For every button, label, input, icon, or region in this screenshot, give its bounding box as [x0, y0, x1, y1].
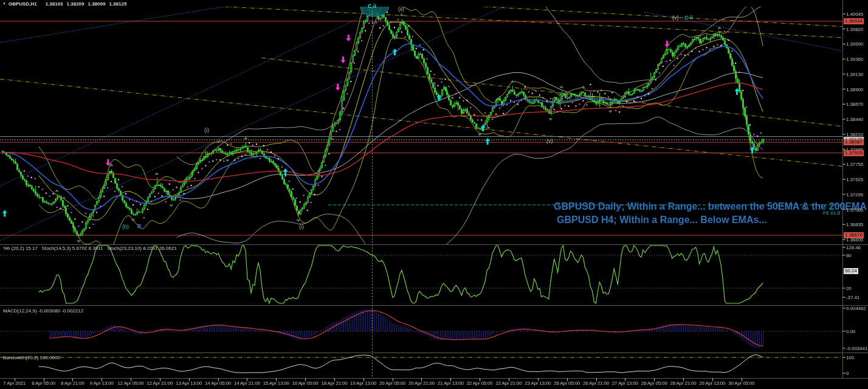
time-label: 22 Apr 21:00 [495, 380, 522, 386]
time-label: 12 Apr 05:00 [117, 380, 144, 386]
time-label: 23 Apr 13:00 [525, 380, 551, 386]
macd-scale-label: -0.003441 [846, 346, 867, 351]
chart-canvas[interactable] [0, 0, 868, 389]
time-label: 26 Apr 05:00 [554, 380, 580, 386]
time-label: 8 Apr 21:00 [59, 380, 86, 386]
price-label: 1.40045 [846, 12, 863, 17]
price-badge: 1.39934 [844, 18, 864, 24]
annotation-note-h4: GBPUSD H4; Within a Range... Below EMAs.… [557, 215, 767, 225]
price-badge: 1.37925 [844, 150, 864, 156]
bandwidth-scale-label: 0 [846, 371, 849, 376]
time-label: 28 Apr 21:00 [670, 380, 697, 386]
quote-open: 1.38103 [46, 1, 63, 7]
wave-label: (v) [672, 15, 679, 21]
indicator-label-bandwidth: Bandwidth(20,2) 100.0000 [3, 355, 60, 360]
price-label: 1.37295 [846, 192, 863, 198]
time-label: 30 Apr 05:00 [728, 380, 755, 386]
price-label: 1.39130 [846, 72, 863, 77]
macd-scale-label: 0.00 [846, 329, 855, 334]
time-label: 15 Apr 13:00 [263, 380, 289, 386]
wave-label: C ii [368, 3, 376, 9]
wave-label: B [137, 223, 142, 229]
annotation-note-daily: GBPUSD Daily; Within a Range... between … [554, 201, 867, 212]
time-label: 9 Apr 13:00 [88, 380, 115, 386]
price-label: 1.39820 [846, 27, 863, 32]
time-label: 14 Apr 21:00 [233, 380, 260, 386]
time-label: 26 Apr 21:00 [583, 380, 610, 386]
bandwidth-scale-label: 100 [846, 355, 854, 360]
quote-close: 1.38125 [109, 1, 126, 7]
indicator-label-stochastics: %b (20,2) 15.17 Stoch(14,5,3) 5.6702 8.3… [3, 246, 177, 251]
time-label: 7 Apr 2021 [1, 380, 28, 386]
time-label: 14 Apr 05:00 [205, 380, 232, 386]
oscillator-scale-label: 128.46 [846, 245, 861, 250]
time-label: 22 Apr 05:00 [466, 380, 493, 386]
price-label: 1.38900 [846, 87, 863, 92]
quote-low: 1.38099 [88, 1, 105, 7]
price-label: 1.38440 [846, 117, 863, 122]
time-label: 19 Apr 13:00 [350, 380, 377, 386]
price-label: 1.39360 [846, 57, 863, 62]
macd-scale-label: 0.004482 [846, 306, 866, 311]
price-label: 1.37525 [846, 177, 863, 182]
time-label: 27 Apr 13:00 [611, 380, 638, 386]
indicator-label-macd: MACD(12,24,9) -0.003080 -0.002212 [3, 308, 83, 314]
time-label: 29 Apr 13:00 [699, 380, 726, 386]
wave-label: (v) [546, 138, 553, 144]
time-label: 28 Apr 05:00 [641, 380, 667, 386]
mt4-chart-window: ▼GBPUSD,H11.381031.382091.380991.38125 %… [0, 0, 868, 389]
wave-label: (ii) [398, 6, 404, 12]
quote-high: 1.38209 [67, 1, 84, 7]
wave-label: (i) [204, 127, 209, 133]
price-label: 1.36835 [846, 222, 863, 227]
wave-label: (b) [122, 224, 129, 230]
price-label: 1.38670 [846, 102, 863, 107]
chart-title[interactable]: ▼GBPUSD,H11.381031.382091.380991.38125 [2, 1, 126, 7]
price-badge: 1.36670 [844, 232, 864, 238]
time-label: 21 Apr 13:00 [437, 380, 464, 386]
fibo-expansion-label: FE 61.8 [823, 210, 840, 216]
time-label: 12 Apr 21:00 [146, 380, 173, 386]
chart-menu-icon[interactable]: ▼ [2, 2, 6, 5]
symbol-period-label: GBPUSD,H1 [9, 1, 37, 7]
time-label: 16 Apr 05:00 [292, 380, 319, 386]
time-label: 20 Apr 05:00 [379, 380, 406, 386]
price-badge: 1.38087 [844, 139, 864, 145]
time-label: 8 Apr 05:00 [30, 380, 57, 386]
time-label: 18 Apr 21:00 [321, 380, 348, 386]
oscillator-scale-label: 80 [846, 253, 852, 258]
price-label: 1.39590 [846, 41, 863, 47]
time-label: 20 Apr 21:00 [408, 380, 435, 386]
oscillator-current-badge: 50.24 [844, 268, 858, 274]
price-label: 1.37755 [846, 162, 863, 167]
oscillator-scale-label: -37.41 [846, 295, 859, 300]
oscillator-scale-label: 20 [846, 286, 852, 291]
wave-label: (i) [299, 224, 304, 230]
time-label: 13 Apr 13:00 [176, 380, 202, 386]
price-label: 1.37065 [846, 207, 863, 213]
wave-label: C ii [684, 15, 693, 21]
